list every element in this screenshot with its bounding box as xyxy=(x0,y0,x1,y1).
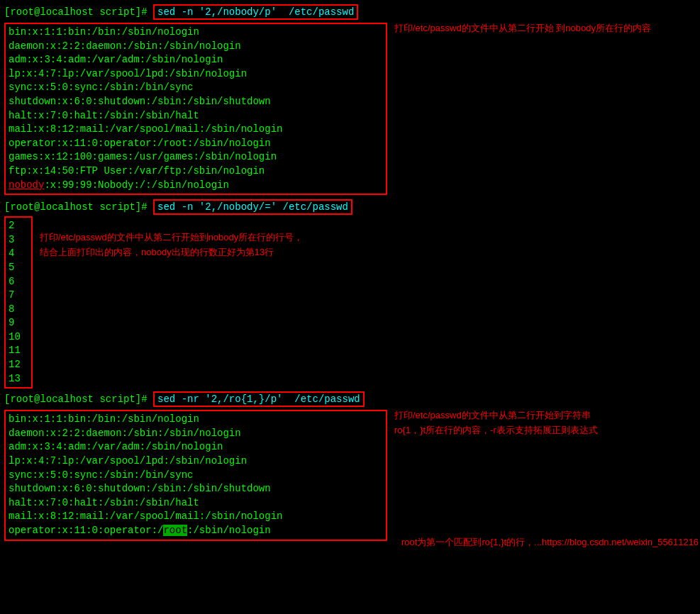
prompt-line-2: [root@localhost script]# sed -n '2,/nobo… xyxy=(4,199,696,215)
output-line-1-5: shutdown:x:6:0:shutdown:/sbin:/sbin/shut… xyxy=(9,95,383,109)
num-11: 11 xyxy=(9,344,28,358)
command-3: sed -nr '2,/ro{1,}/p' /etc/passwd xyxy=(153,391,365,407)
num-9: 9 xyxy=(9,316,28,330)
annotation-4: root为第一个匹配到ro{1,}t的行，...https://blog.csd… xyxy=(401,535,699,550)
output-line-3-3: lp:x:4:7:lp:/var/spool/lpd:/sbin/nologin xyxy=(9,454,383,469)
output-line-1-1: daemon:x:2:2:daemon:/sbin:/sbin/nologin xyxy=(9,40,383,54)
numbers-block: 2 3 4 5 6 7 8 9 10 11 12 13 xyxy=(4,216,33,389)
output-line-1-11: nobody:x:99:99:Nobody:/:/sbin/nologin xyxy=(9,179,383,193)
output-line-1-2: adm:x:3:4:adm:/var/adm:/sbin/nologin xyxy=(9,53,383,67)
output-line-1-0: bin:x:1:1:bin:/bin:/sbin/nologin xyxy=(9,26,383,40)
output-line-1-3: lp:x:4:7:lp:/var/spool/lpd:/sbin/nologin xyxy=(9,67,383,82)
prompt-3: [root@localhost script]# xyxy=(4,393,153,405)
section-1: [root@localhost script]# sed -n '2,/nobo… xyxy=(4,4,696,196)
output-line-3-5: shutdown:x:6:0:shutdown:/sbin:/sbin/shut… xyxy=(9,482,383,496)
prompt-1: [root@localhost script]# xyxy=(4,6,153,18)
num-13: 13 xyxy=(9,372,28,386)
output-line-3-7: mail:x:8:12:mail:/var/spool/mail:/sbin/n… xyxy=(9,510,383,524)
output-line-1-8: operator:x:11:0:operator:/root:/sbin/nol… xyxy=(9,137,383,151)
output-line-3-2: adm:x:3:4:adm:/var/adm:/sbin/nologin xyxy=(9,440,383,454)
num-7: 7 xyxy=(9,289,28,303)
section-3: [root@localhost script]# sed -nr '2,/ro{… xyxy=(4,391,696,549)
root-highlight: root xyxy=(163,525,187,536)
output-block-1: bin:x:1:1:bin:/bin:/sbin/nologin daemon:… xyxy=(4,23,387,195)
output-line-3-6: halt:x:7:0:halt:/sbin:/sbin/halt xyxy=(9,496,383,510)
command-2: sed -n '2,/nobody/=' /etc/passwd xyxy=(153,199,352,215)
num-12: 12 xyxy=(9,358,28,372)
num-5: 5 xyxy=(9,261,28,275)
output-line-1-9: games:x:12:100:games:/usr/games:/sbin/no… xyxy=(9,150,383,164)
output-line-3-4: sync:x:5:0:sync:/sbin:/bin/sync xyxy=(9,469,383,483)
annotation-3: 打印/etc/passwd的文件中从第二行开始到字符串ro{1，}t所在行的内容… xyxy=(394,408,678,438)
output-line-3-8: operator:x:11:0:operator:/root:/sbin/nol… xyxy=(9,524,383,538)
output-line-3-1: daemon:x:2:2:daemon:/sbin:/sbin/nologin xyxy=(9,427,383,441)
command-1: sed -n '2,/nobody/p' /etc/passwd xyxy=(153,4,358,20)
prompt-line-1: [root@localhost script]# sed -n '2,/nobo… xyxy=(4,4,696,20)
output-line-1-7: mail:x:8:12:mail:/var/spool/mail:/sbin/n… xyxy=(9,123,383,137)
output-line-3-0: bin:x:1:1:bin:/bin:/sbin/nologin xyxy=(9,413,383,427)
num-10: 10 xyxy=(9,330,28,345)
annotation-2: 打印/etc/passwd的文件中从第二行开始到nobody所在行的行号，结合上… xyxy=(40,230,465,260)
annotation-1: 打印/etc/passwd的文件中从第二行开始 到nobody所在行的内容 xyxy=(394,21,692,36)
output-line-1-6: halt:x:7:0:halt:/sbin:/sbin/halt xyxy=(9,109,383,123)
num-8: 8 xyxy=(9,303,28,317)
output-line-1-10: ftp:x:14:50:FTP User:/var/ftp:/sbin/nolo… xyxy=(9,164,383,179)
num-6: 6 xyxy=(9,275,28,289)
num-4: 4 xyxy=(9,247,28,261)
output-block-3: bin:x:1:1:bin:/bin:/sbin/nologin daemon:… xyxy=(4,410,387,540)
prompt-2: [root@localhost script]# xyxy=(4,201,153,213)
nobody-highlight: nobody xyxy=(9,179,44,191)
num-2: 2 xyxy=(9,219,28,233)
num-3: 3 xyxy=(9,233,28,247)
output-line-1-4: sync:x:5:0:sync:/sbin:/bin/sync xyxy=(9,81,383,95)
prompt-line-3: [root@localhost script]# sed -nr '2,/ro{… xyxy=(4,391,696,407)
section-2: [root@localhost script]# sed -n '2,/nobo… xyxy=(4,199,696,389)
terminal-window: [root@localhost script]# sed -n '2,/nobo… xyxy=(0,0,700,554)
